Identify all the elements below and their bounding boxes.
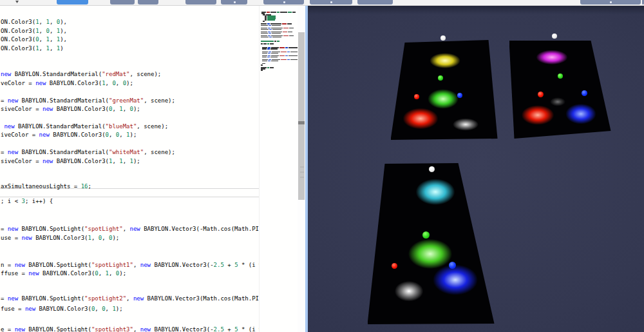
code-line: = new BABYLON.StandardMaterial("whiteMat… <box>1 149 175 156</box>
light-sphere-blue <box>582 90 587 96</box>
minimap-line <box>262 53 279 54</box>
minimap-line <box>261 25 281 26</box>
examples-button[interactable] <box>580 0 641 5</box>
spotlight-pool-yellow <box>424 44 466 71</box>
code-line: ON.Color3(1, 0, 1), <box>1 28 67 35</box>
code-line: ffuse = new BABYLON.Color3(0, 1, 0); <box>1 270 126 277</box>
light-sphere-green <box>438 75 443 81</box>
code-line: = new BABYLON.SpotLight("spotLight2", ne… <box>1 295 259 302</box>
code-line: = new BABYLON.SpotLight("spotLight", new… <box>1 226 259 233</box>
clear-button-icon <box>283 1 285 3</box>
light-sphere-red <box>392 263 397 269</box>
code-line: fuse = new BABYLON.Color3(0, 0, 1); <box>1 306 123 313</box>
examples-button-icon <box>610 1 612 3</box>
code-line: axSimultaneousLights = 16; <box>1 183 91 190</box>
code-line: new BABYLON.StandardMaterial("blueMat", … <box>1 123 168 130</box>
minimap[interactable] <box>259 5 298 332</box>
render-canvas[interactable] <box>308 5 644 332</box>
code-line: ON.Color3(0, 1, 1), <box>1 36 67 43</box>
minimap-line <box>262 48 278 50</box>
new-button-icon <box>234 1 236 3</box>
code-line: siveColor = new BABYLON.Color3(0, 1, 0); <box>1 106 140 113</box>
minimap-line <box>261 29 282 30</box>
code-line: ; i < 3; i++) { <box>1 198 53 205</box>
light-sphere-blue <box>449 262 456 269</box>
minimap-line <box>261 33 281 34</box>
minimap-line <box>261 70 263 71</box>
light-sphere-red <box>538 92 544 97</box>
scrollbar-decoration <box>300 177 304 178</box>
minimap-line <box>261 64 263 66</box>
code-line: iveColor = new BABYLON.Color3(0, 0, 1); <box>1 132 137 139</box>
spotlight-pool-magenta <box>531 41 573 67</box>
inspector-button[interactable] <box>138 0 158 5</box>
light-sphere-white <box>440 35 446 41</box>
light-sphere-white <box>429 166 435 172</box>
code-line: = new BABYLON.StandardMaterial("greenMat… <box>1 97 175 104</box>
code-line: n = new BABYLON.SpotLight("spotLight1", … <box>1 262 259 269</box>
new-button[interactable] <box>221 0 247 5</box>
scrollbar-decoration <box>300 171 304 173</box>
clear-button[interactable] <box>263 0 304 5</box>
light-sphere-red <box>414 94 419 99</box>
code-line: ON.Color3(1, 1, 1) <box>1 45 64 52</box>
spotlight-pool-cyan <box>409 163 462 210</box>
ground-plane-top-left <box>391 40 498 141</box>
spotlight-pool-white <box>448 111 483 133</box>
minimap-line <box>261 37 282 38</box>
settings-button[interactable] <box>310 0 352 5</box>
code-editor[interactable]: ON.Color3(1, 1, 0),ON.Color3(1, 0, 1),ON… <box>0 5 259 332</box>
version-button[interactable] <box>357 0 393 5</box>
spotlight-pool-blue <box>425 246 486 300</box>
vertical-scrollbar[interactable] <box>298 5 305 332</box>
minimap-line <box>261 43 274 44</box>
download-button[interactable] <box>185 0 216 5</box>
save-button[interactable] <box>110 0 135 5</box>
dropdown-caret-icon[interactable] <box>15 1 19 3</box>
minimap-line <box>262 61 279 62</box>
light-sphere-white <box>552 34 557 39</box>
light-sphere-green <box>422 231 430 239</box>
code-line: siveColor = new BABYLON.Color3(1, 1, 1); <box>1 158 140 165</box>
code-line: use = new BABYLON.Color3(1, 0, 0); <box>1 235 119 242</box>
code-line: new BABYLON.StandardMaterial("redMat", s… <box>1 71 161 78</box>
light-sphere-blue <box>457 93 462 98</box>
spotlight-pool-red <box>397 95 444 133</box>
run-button[interactable] <box>57 0 88 5</box>
minimap-line <box>265 19 276 21</box>
ground-plane-top-right <box>509 41 612 139</box>
ground-plane-bottom <box>368 163 495 325</box>
scrollbar-cursor-marker <box>298 121 305 124</box>
toolbar <box>0 0 644 6</box>
code-line: veColor = new BABYLON.Color3(1, 0, 0); <box>1 80 133 87</box>
minimap-line <box>261 41 280 42</box>
code-line: e = new BABYLON.SpotLight("spotLight3", … <box>1 326 259 332</box>
spotlight-pool-white-glow <box>547 92 568 108</box>
light-sphere-green <box>558 73 563 79</box>
code-line: ON.Color3(1, 1, 0), <box>1 19 67 26</box>
settings-button-icon <box>330 1 332 3</box>
minimap-line <box>261 12 296 13</box>
vertical-scrollbar-thumb[interactable] <box>298 32 305 200</box>
minimap-line <box>262 57 278 58</box>
spotlight-pool-white <box>390 269 428 305</box>
playground-app: ON.Color3(1, 1, 0),ON.Color3(1, 0, 1),ON… <box>0 0 644 332</box>
minimap-line <box>263 21 265 22</box>
scrollbar-decoration <box>300 166 304 168</box>
